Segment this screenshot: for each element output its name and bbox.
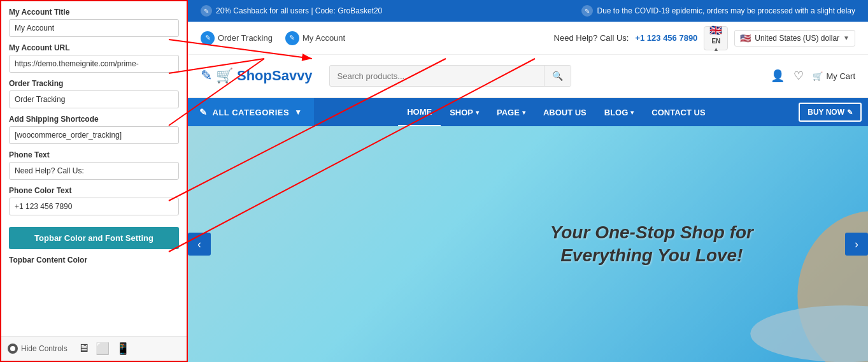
desktop-icon[interactable]: 🖥	[78, 342, 89, 356]
field-group-my-account-title: My Account Title	[9, 8, 179, 37]
topbar-left: ✎ 20% Cashback for all users | Code: Gro…	[201, 5, 382, 17]
field-label-my-account-url: My Account URL	[9, 43, 179, 52]
preview-panel: ✎ 20% Cashback for all users | Code: Gro…	[188, 0, 868, 362]
field-group-phone-color-text: Phone Color Text	[9, 186, 179, 215]
nav-item-contact-us[interactable]: CONTACT US	[643, 98, 714, 126]
nav-item-shop-chevron: ▾	[476, 109, 479, 116]
nav-item-page-chevron: ▾	[522, 109, 525, 116]
main-nav: HOME SHOP ▾ PAGE ▾ ABOUT US BLOG ▾	[314, 98, 799, 126]
settings-panel-inner: My Account Title My Account URL Order Tr…	[1, 1, 187, 361]
user-icon-button[interactable]: 👤	[771, 69, 785, 83]
currency-selector[interactable]: 🇺🇸 United States (US) dollar ▼	[734, 30, 855, 47]
nav-item-blog-label: BLOG	[604, 108, 629, 117]
language-label: EN	[711, 38, 720, 45]
logo-pen-icon: ✎	[201, 68, 212, 84]
category-nav-bar: ✎ ALL CATEGORIES ▼ HOME SHOP ▾ PAGE ▾ AB…	[188, 98, 868, 126]
sec-bar-left: ✎ Order Tracking ✎ My Account	[201, 31, 345, 45]
nav-item-about-us[interactable]: ABOUT US	[534, 98, 595, 126]
hide-controls-icon	[8, 344, 18, 354]
field-label-my-account-title: My Account Title	[9, 8, 179, 17]
topbar-left-icon: ✎	[201, 5, 212, 17]
field-input-my-account-url[interactable]	[9, 55, 179, 73]
field-input-phone-color-text[interactable]	[9, 198, 179, 215]
uk-flag-icon: 🇬🇧	[709, 24, 722, 36]
all-categories-button[interactable]: ✎ ALL CATEGORIES ▼	[188, 98, 314, 126]
hero-text-block: Your One-Stop Shop for Everything You Lo…	[550, 221, 753, 268]
mobile-icon[interactable]: 📱	[116, 342, 130, 356]
hide-controls-toggle[interactable]: Hide Controls	[8, 344, 68, 354]
nav-item-page-label: PAGE	[497, 108, 520, 117]
phone-number: +1 123 456 7890	[635, 33, 697, 43]
phone-text-label: Need Help? Call Us:	[554, 33, 629, 43]
field-label-phone-text: Phone Text	[9, 150, 179, 159]
chevron-up-icon: ▲	[713, 46, 719, 52]
field-label-phone-color-text: Phone Color Text	[9, 186, 179, 195]
hero-title-line1: Your One-Stop Shop for	[550, 221, 753, 244]
language-selector[interactable]: 🇬🇧 EN ▲	[704, 26, 728, 50]
tablet-icon[interactable]: ⬜	[96, 342, 110, 356]
field-label-add-shipping-shortcode: Add Shipping Shortcode	[9, 115, 179, 124]
order-tracking-link[interactable]: ✎ Order Tracking	[201, 31, 273, 45]
buy-now-button[interactable]: BUY NOW ✎	[799, 103, 862, 122]
topbar-color-font-button[interactable]: Topbar Color and Font Setting	[9, 227, 179, 249]
cart-label: My Cart	[827, 71, 856, 81]
search-button[interactable]: 🔍	[544, 66, 571, 86]
my-account-icon: ✎	[285, 31, 299, 45]
nav-item-blog[interactable]: BLOG ▾	[595, 98, 643, 126]
all-cat-chevron-icon: ▼	[294, 108, 302, 117]
logo-cart-icon: 🛒	[216, 68, 233, 84]
search-input[interactable]	[330, 66, 544, 86]
nav-item-page[interactable]: PAGE ▾	[488, 98, 534, 126]
topbar-right-icon: ✎	[581, 5, 593, 17]
hero-section: Your One-Stop Shop for Everything You Lo…	[188, 126, 868, 362]
field-group-my-account-url: My Account URL	[9, 43, 179, 73]
secondary-bar: ✎ Order Tracking ✎ My Account Need Help?…	[188, 22, 868, 55]
topbar-right: ✎ Due to the COVID-19 epidemic, orders m…	[581, 5, 855, 17]
wishlist-icon-button[interactable]: ♡	[793, 69, 804, 83]
nav-item-blog-chevron: ▾	[630, 109, 634, 116]
hero-next-button[interactable]: ›	[845, 233, 868, 256]
main-navbar: ✎ 🛒 ShopSavvy 🔍 👤 ♡ 🛒 My Cart	[188, 55, 868, 98]
field-group-order-tracking: Order Tracking	[9, 79, 179, 108]
field-input-add-shipping-shortcode[interactable]	[9, 126, 179, 144]
field-group-add-shipping-shortcode: Add Shipping Shortcode	[9, 115, 179, 144]
nav-item-shop-label: SHOP	[450, 108, 473, 117]
field-group-phone-text: Phone Text	[9, 150, 179, 180]
field-input-my-account-title[interactable]	[9, 19, 179, 37]
device-icons: 🖥 ⬜ 📱	[78, 342, 130, 356]
cart-icon: 🛒	[813, 71, 823, 81]
topbar-content-color-label: Topbar Content Color	[9, 256, 179, 264]
navbar-right: 👤 ♡ 🛒 My Cart	[771, 69, 856, 83]
hide-controls-label: Hide Controls	[21, 344, 68, 353]
order-tracking-icon: ✎	[201, 31, 215, 45]
search-bar: 🔍	[329, 65, 571, 87]
all-cat-icon: ✎	[199, 107, 208, 117]
topbar-left-text: 20% Cashback for all users | Code: GroBa…	[216, 6, 382, 15]
svg-rect-0	[188, 126, 868, 362]
hero-prev-button[interactable]: ‹	[188, 233, 211, 256]
buy-now-label: BUY NOW	[808, 108, 844, 117]
logo[interactable]: ✎ 🛒 ShopSavvy	[201, 68, 313, 84]
topbar-right-text: Due to the COVID-19 epidemic, orders may…	[597, 6, 855, 15]
field-input-order-tracking[interactable]	[9, 90, 179, 108]
hero-background-svg	[188, 126, 868, 362]
settings-panel: My Account Title My Account URL Order Tr…	[0, 0, 188, 362]
sec-bar-right: Need Help? Call Us: +1 123 456 7890 🇬🇧 E…	[554, 26, 855, 50]
field-input-phone-text[interactable]	[9, 162, 179, 180]
hero-title-line2: Everything You Love!	[550, 244, 753, 267]
currency-chevron-icon: ▼	[843, 34, 850, 41]
nav-item-home-label: HOME	[407, 107, 432, 117]
bottom-bar: Hide Controls 🖥 ⬜ 📱	[1, 336, 188, 361]
nav-item-shop[interactable]: SHOP ▾	[441, 98, 488, 126]
nav-item-home[interactable]: HOME	[398, 98, 441, 126]
my-account-link[interactable]: ✎ My Account	[285, 31, 345, 45]
nav-item-contact-us-label: CONTACT US	[651, 108, 705, 117]
field-label-order-tracking: Order Tracking	[9, 79, 179, 88]
currency-flag-icon: 🇺🇸	[740, 33, 751, 43]
buy-now-edit-icon: ✎	[847, 108, 853, 117]
cart-button[interactable]: 🛒 My Cart	[813, 71, 856, 81]
all-cat-label: ALL CATEGORIES	[213, 108, 290, 117]
nav-item-about-us-label: ABOUT US	[543, 108, 587, 117]
announcement-topbar: ✎ 20% Cashback for all users | Code: Gro…	[188, 0, 868, 22]
currency-label: United States (US) dollar	[755, 34, 839, 43]
